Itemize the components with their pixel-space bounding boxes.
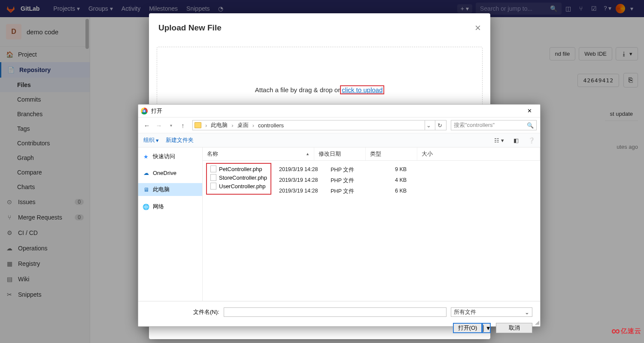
file-item[interactable]: StoreController.php xyxy=(208,173,270,182)
preview-pane-button[interactable]: ◧ xyxy=(513,137,519,144)
forward-button[interactable]: → xyxy=(154,122,164,129)
sort-asc-icon: ▲ xyxy=(306,152,310,156)
resize-grip[interactable]: ◢ xyxy=(535,319,539,325)
modal-title: Upload New File xyxy=(158,23,222,33)
tree-network[interactable]: 🌐网络 xyxy=(138,200,202,213)
file-icon xyxy=(210,165,216,172)
file-list: 名称▲ 修改日期 类型 大小 PetController.php StoreCo… xyxy=(203,147,540,301)
new-folder-button[interactable]: 新建文件夹 xyxy=(166,136,194,144)
dialog-title: 打开 xyxy=(151,107,518,115)
tree-this-pc[interactable]: 🖥此电脑 xyxy=(138,183,202,196)
filename-label: 文件名(N): xyxy=(146,308,219,316)
col-name[interactable]: 名称▲ xyxy=(203,147,314,160)
back-button[interactable]: ← xyxy=(142,122,152,129)
cancel-button[interactable]: 取消 xyxy=(496,323,532,333)
crumb-controllers[interactable]: controllers xyxy=(258,122,284,129)
chrome-icon xyxy=(141,108,148,114)
file-icon xyxy=(210,183,216,190)
tree-quick-access[interactable]: ★快速访问 xyxy=(138,150,202,163)
recent-locations[interactable]: ▾ xyxy=(166,123,176,128)
filename-input[interactable] xyxy=(224,307,447,317)
address-bar[interactable]: › 此电脑 › 桌面 › controllers ⌄ ↻ xyxy=(192,120,447,130)
file-item[interactable]: UserController.php xyxy=(208,182,270,190)
column-headers[interactable]: 名称▲ 修改日期 类型 大小 xyxy=(203,147,540,161)
organize-menu[interactable]: 组织 ▾ xyxy=(143,136,159,144)
view-options-button[interactable]: ☷ ▾ xyxy=(494,137,504,144)
folder-icon xyxy=(194,122,201,128)
monitor-icon: 🖥 xyxy=(143,187,149,193)
crumb-thispc[interactable]: 此电脑 xyxy=(211,121,228,129)
file-icon xyxy=(210,174,216,181)
col-type[interactable]: 类型 xyxy=(366,147,417,160)
file-dialog: 打开 ✕ ← → ▾ ↑ › 此电脑 › 桌面 › controllers ⌄ … xyxy=(138,104,541,327)
up-button[interactable]: ↑ xyxy=(178,122,188,129)
dropzone-text: Attach a file by drag & drop or xyxy=(255,86,340,93)
watermark: ∞亿速云 xyxy=(611,324,641,338)
crumb-desktop[interactable]: 桌面 xyxy=(237,121,249,129)
cloud-icon: ☁ xyxy=(143,170,149,176)
open-button[interactable]: 打开(O) xyxy=(453,323,482,333)
click-to-upload-link[interactable]: click to upload xyxy=(342,86,383,93)
refresh-button[interactable]: ↻ xyxy=(435,120,444,130)
col-size[interactable]: 大小 xyxy=(417,147,540,160)
network-icon: 🌐 xyxy=(143,204,149,210)
help-button[interactable]: ❔ xyxy=(528,137,535,144)
address-dropdown[interactable]: ⌄ xyxy=(425,120,432,130)
dialog-close-button[interactable]: ✕ xyxy=(521,105,538,117)
search-icon: 🔍 xyxy=(527,122,534,129)
file-item[interactable]: PetController.php xyxy=(208,165,270,173)
star-icon: ★ xyxy=(143,153,149,160)
open-button-split[interactable]: │▼ xyxy=(482,323,491,333)
folder-tree: ★快速访问 ☁OneDrive 🖥此电脑 🌐网络 xyxy=(138,147,203,301)
highlighted-files: PetController.php StoreController.php Us… xyxy=(206,163,271,195)
tree-onedrive[interactable]: ☁OneDrive xyxy=(138,167,202,179)
col-date[interactable]: 修改日期 xyxy=(314,147,366,160)
modal-close-button[interactable]: × xyxy=(475,22,481,34)
file-type-filter[interactable]: 所有文件⌄ xyxy=(451,307,532,317)
folder-search[interactable]: 搜索"controllers" 🔍 xyxy=(451,120,537,130)
